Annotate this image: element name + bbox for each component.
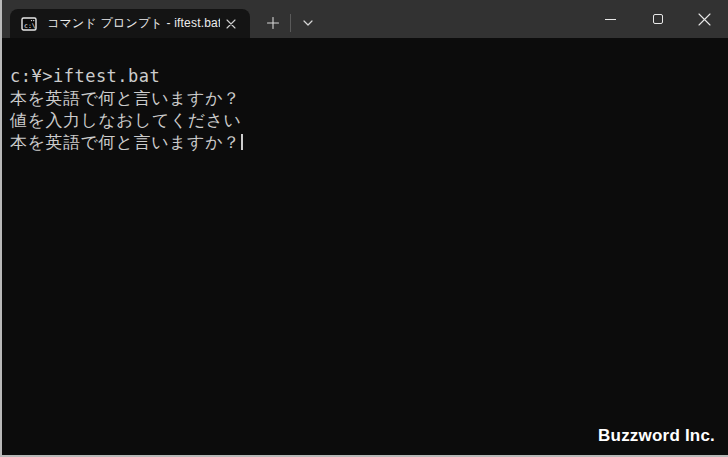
terminal-line-4-text: 本を英語で何と言いますか？ — [10, 132, 240, 152]
tab-dropdown-button[interactable] — [291, 10, 325, 36]
cmd-prompt-icon: c:\ — [21, 16, 37, 32]
tab-title: コマンド プロンプト - iftest.bat — [47, 15, 220, 32]
tab-close-icon[interactable] — [220, 13, 242, 35]
maximize-icon — [653, 14, 663, 24]
terminal-window: c:\ コマンド プロンプト - iftest.bat — [0, 0, 728, 457]
svg-text:c:\: c:\ — [24, 21, 36, 29]
terminal-line-1: c:¥>iftest.bat — [10, 65, 728, 87]
text-cursor — [241, 134, 243, 150]
titlebar-drag-area[interactable] — [325, 0, 587, 38]
chevron-down-icon — [302, 19, 314, 27]
close-icon — [698, 13, 711, 26]
plus-icon — [267, 17, 279, 29]
maximize-button[interactable] — [634, 0, 681, 38]
terminal-screen[interactable]: c:¥>iftest.bat 本を英語で何と言いますか？ 値を入力しなおしてくだ… — [2, 38, 728, 455]
terminal-line-2: 本を英語で何と言いますか？ — [10, 87, 728, 109]
tab-command-prompt[interactable]: c:\ コマンド プロンプト - iftest.bat — [10, 9, 250, 38]
terminal-line-3: 値を入力しなおしてください — [10, 109, 728, 131]
new-tab-button[interactable] — [256, 10, 290, 36]
minimize-button[interactable] — [587, 0, 634, 38]
watermark: Buzzword Inc. — [598, 426, 715, 446]
close-button[interactable] — [681, 0, 728, 38]
titlebar[interactable]: c:\ コマンド プロンプト - iftest.bat — [2, 0, 728, 38]
minimize-icon — [605, 19, 616, 20]
terminal-line-4: 本を英語で何と言いますか？ — [10, 131, 728, 153]
